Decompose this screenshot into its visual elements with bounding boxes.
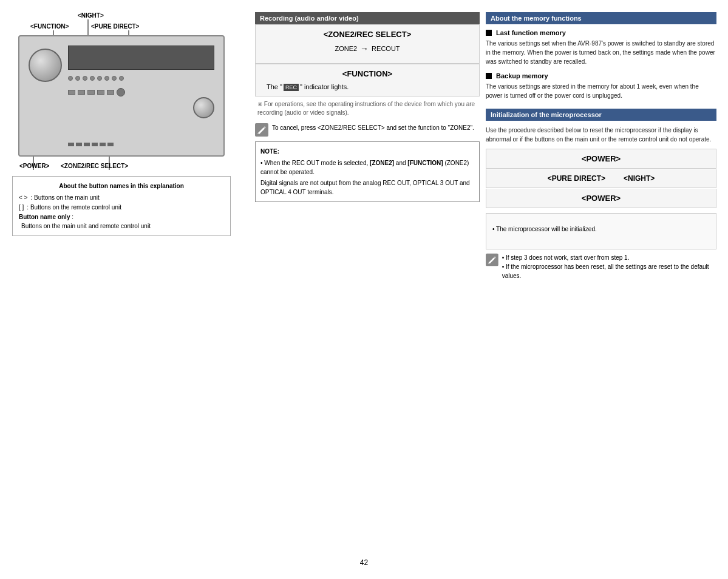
zone2-flow: ZONE2 → RECOUT [260, 44, 474, 53]
zone2-title: <ZONE2/REC SELECT> [260, 30, 474, 39]
info-row-2: [ ] : Buttons on the remote control unit [19, 203, 224, 212]
zone2-to: RECOUT [372, 45, 400, 52]
square-bullet-1 [486, 30, 492, 36]
init-result-box: • The microprocessor will be initialized… [486, 213, 716, 249]
label-night: <NIGHT> [78, 12, 104, 19]
backup-label: Backup memory [496, 72, 548, 80]
zone2-from: ZONE2 [335, 45, 357, 52]
memory-section: Last function memory The various setting… [486, 29, 716, 100]
last-function-title: Last function memory [486, 29, 716, 36]
memory-section-header: About the memory functions [486, 12, 716, 24]
button-name-text: Buttons on the main unit and remote cont… [19, 222, 224, 231]
init-desc: Use the procedure described below to res… [486, 126, 716, 144]
bracket-label: < > [19, 193, 27, 203]
indicator-text: indicator lights. [304, 83, 349, 90]
btn-rect-3 [87, 90, 95, 95]
function-box: <FUNCTION> The "REC" indicator lights. [255, 64, 480, 96]
small-knob [193, 97, 214, 118]
notes-icon-row: • If step 3 does not work, start over fr… [486, 253, 716, 280]
init-section: Initialization of the microprocessor Use… [486, 109, 716, 280]
pencil-icon [255, 123, 268, 137]
indicator-prefix: The " [267, 83, 282, 90]
init-note1: • If step 3 does not work, start over fr… [502, 253, 716, 262]
btn-rect-5 [107, 90, 114, 95]
info-box-title: About the button names in this explanati… [19, 181, 224, 191]
button-name-label: Button name only [19, 214, 70, 220]
btn-dot-7 [112, 76, 117, 81]
backup-text: The various settings are stored in the m… [486, 82, 716, 100]
device-box [18, 35, 225, 157]
pencil-icon-2 [486, 253, 498, 266]
indicator-suffix: " [300, 83, 302, 90]
cancel-note-text: To cancel, press <ZONE2/REC SELECT> and … [272, 123, 474, 132]
bracket-text: : Buttons on the main unit [30, 193, 99, 203]
btn-dot-1 [68, 76, 73, 81]
init-notes: • If step 3 does not work, start over fr… [502, 253, 716, 280]
device-diagram: <NIGHT> <FUNCTION> <PURE DIRECT> [12, 12, 231, 146]
bottom-btn-4 [92, 143, 98, 146]
bottom-btn-1 [68, 143, 74, 146]
step2-puredirect: <PURE DIRECT> [548, 174, 605, 183]
bottom-btn-2 [76, 143, 82, 146]
last-function-label: Last function memory [496, 29, 566, 36]
note-box-title: NOTE: [260, 147, 474, 156]
label-function: <FUNCTION> [30, 23, 69, 30]
btn-rect-1 [68, 90, 75, 95]
zone2-box: <ZONE2/REC SELECT> ZONE2 → RECOUT [255, 24, 480, 64]
bottom-btn-5 [100, 143, 106, 146]
label-zone2: <ZONE2/REC SELECT> [61, 163, 128, 169]
square-text: : Buttons on the remote control unit [27, 203, 121, 212]
cancel-note-row: To cancel, press <ZONE2/REC SELECT> and … [255, 123, 480, 137]
btn-dot-4 [90, 76, 95, 81]
btn-circle [117, 88, 125, 96]
btn-dot-3 [83, 76, 87, 81]
last-function-text: The various settings set when the AVR-98… [486, 39, 716, 66]
label-puredirect: <PURE DIRECT> [91, 23, 139, 30]
btn-rect-4 [97, 90, 104, 95]
btn-rect-2 [78, 90, 85, 95]
step2-box: <PURE DIRECT> <NIGHT> [486, 169, 716, 188]
btn-dot-2 [75, 76, 80, 81]
step2-night: <NIGHT> [624, 174, 655, 183]
backup-title: Backup memory [486, 72, 716, 80]
label-power: <POWER> [19, 163, 49, 169]
middle-column: Recording (audio and/or video) <ZONE2/RE… [255, 12, 480, 202]
info-row-1: < > : Buttons on the main unit [19, 193, 224, 203]
step2b-box: <POWER> [486, 189, 716, 208]
volume-knob [29, 49, 62, 82]
init-result-content: The microprocessor will be initialized. [496, 226, 597, 232]
ops-note: ※ For operations, see the operating inst… [255, 100, 480, 117]
btn-dot-5 [97, 76, 102, 81]
flow-arrow: → [360, 44, 369, 53]
note-line1: • When the REC OUT mode is selected, [ZO… [260, 158, 474, 177]
function-bold: [FUNCTION] [407, 160, 443, 166]
init-result-text: • The microprocessor will be initialized… [492, 226, 710, 232]
note-box: NOTE: • When the REC OUT mode is selecte… [255, 141, 480, 202]
square-bullet-2 [486, 73, 492, 79]
right-column: About the memory functions Last function… [486, 12, 716, 284]
zone2-bold: [ZONE2] [370, 160, 394, 166]
page-number: 42 [360, 558, 368, 567]
init-note2: • If the microprocessor has been reset, … [502, 262, 716, 280]
init-section-header: Initialization of the microprocessor [486, 109, 716, 121]
note-line2: Digital signals are not output from the … [260, 178, 474, 197]
info-box: About the button names in this explanati… [12, 176, 231, 236]
bottom-btn-6 [107, 143, 114, 146]
function-title: <FUNCTION> [260, 69, 474, 78]
square-label: [ ] [19, 203, 24, 212]
left-column: <NIGHT> <FUNCTION> <PURE DIRECT> [12, 12, 243, 236]
bottom-btn-3 [84, 143, 90, 146]
btn-dot-6 [104, 76, 109, 81]
recording-section-header: Recording (audio and/or video) [255, 12, 480, 24]
info-row-3: Button name only : Buttons on the main u… [19, 212, 224, 231]
btn-dot-8 [119, 76, 124, 81]
step1-box: <POWER> [486, 149, 716, 169]
rec-label: REC [284, 84, 299, 91]
display-panel [68, 46, 214, 70]
indicator-line: The "REC" indicator lights. [267, 83, 474, 91]
